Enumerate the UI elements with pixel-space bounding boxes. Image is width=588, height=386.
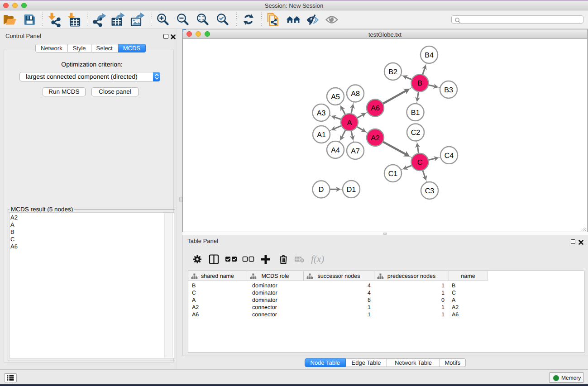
svg-text:C2: C2 xyxy=(411,129,421,137)
svg-text:B: B xyxy=(417,80,422,87)
svg-text:A: A xyxy=(347,119,352,127)
svg-text:B4: B4 xyxy=(425,52,434,59)
svg-text:D1: D1 xyxy=(347,186,356,194)
svg-text:C4: C4 xyxy=(445,152,454,160)
svg-text:A7: A7 xyxy=(351,148,360,155)
svg-text:A6: A6 xyxy=(371,105,380,112)
svg-text:B1: B1 xyxy=(411,109,420,117)
svg-text:A1: A1 xyxy=(317,131,326,139)
svg-text:A2: A2 xyxy=(371,134,380,142)
svg-text:B3: B3 xyxy=(444,86,453,94)
svg-text:f(x): f(x) xyxy=(311,254,324,264)
svg-text:C1: C1 xyxy=(388,170,398,178)
svg-text:A5: A5 xyxy=(331,93,340,101)
svg-text:B2: B2 xyxy=(388,68,397,76)
svg-text:C3: C3 xyxy=(425,187,435,195)
svg-text:A3: A3 xyxy=(317,110,326,117)
svg-text:C: C xyxy=(417,159,423,167)
svg-text:D: D xyxy=(319,186,324,194)
svg-text:A8: A8 xyxy=(351,90,360,98)
svg-text:A4: A4 xyxy=(331,147,340,154)
